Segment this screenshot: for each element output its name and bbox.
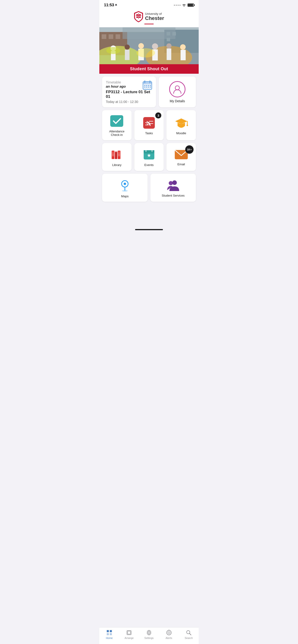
battery-icon [187,4,194,7]
svg-rect-39 [146,85,147,86]
library-label: Library [112,163,121,167]
timetable-event: FP3112 - Lecture 01 Set 01 [106,90,152,99]
maps-icon [119,178,131,192]
tasks-label: Tasks [145,132,153,135]
maps-label: Maps [121,194,129,198]
svg-point-29 [180,44,186,50]
svg-rect-71 [144,150,154,154]
attendance-label: Attendance Check-in [105,130,129,136]
grid-row-1: Attendance Check-in 3 Tasks [102,110,196,140]
svg-rect-44 [148,87,149,88]
svg-point-46 [175,86,179,90]
app-header: University of Chester [99,9,199,27]
svg-rect-28 [167,48,171,60]
svg-rect-2 [136,16,138,18]
banner-text: Student Shout Out [130,66,168,71]
svg-rect-60 [115,151,117,152]
student-services-card[interactable]: Student Services [150,174,196,202]
moodle-card[interactable]: Moodle [166,110,196,140]
logo-container: University of Chester [134,11,164,22]
timetable-label: Timetable [106,80,121,84]
events-icon [143,148,155,161]
events-card[interactable]: Events [134,143,164,171]
email-label: Email [177,162,185,166]
attendance-icon [110,115,124,127]
location-icon [115,4,117,6]
svg-point-56 [187,125,188,126]
svg-rect-10 [109,34,113,39]
svg-rect-62 [118,150,120,151]
university-of-text: University of [145,12,164,16]
svg-point-78 [122,190,128,192]
student-services-icon [166,179,180,192]
student-services-label: Student Services [162,194,184,197]
my-details-icon-circle [169,81,185,97]
grid-row-2: Library Events 1K+ Email [102,143,196,171]
university-shield-logo [134,11,143,22]
svg-rect-58 [112,150,114,151]
svg-point-21 [125,44,130,50]
person-icon [172,84,182,94]
timetable-row: Timetable an hour ago FP3112 - Lecture 0… [102,76,196,107]
calendar-icon [143,80,152,90]
attendance-card[interactable]: Attendance Check-in [102,110,132,140]
svg-rect-30 [181,50,186,60]
my-details-label: My Details [170,99,185,103]
moodle-icon [174,116,188,129]
svg-rect-48 [110,115,123,127]
tasks-badge: 3 [155,112,161,118]
svg-rect-3 [139,16,141,18]
moodle-label: Moodle [176,132,186,135]
time-display: 11:53 [104,3,114,8]
svg-point-80 [172,180,177,185]
main-content: Timetable an hour ago FP3112 - Lecture 0… [99,74,199,228]
svg-point-23 [138,43,144,49]
my-details-card[interactable]: My Details [159,76,196,107]
timetable-slot: Today at 11:00 - 12:30 [106,100,152,104]
header-underline [144,24,154,24]
maps-card[interactable]: Maps [102,174,148,202]
timetable-card[interactable]: Timetable an hour ago FP3112 - Lecture 0… [102,76,156,107]
email-card[interactable]: 1K+ Email [166,143,196,171]
svg-marker-54 [175,118,187,124]
status-icons [174,4,194,7]
svg-point-32 [136,48,155,58]
library-icon [110,148,124,161]
tasks-icon [143,116,155,129]
svg-point-27 [166,43,171,48]
banner-overlay: Student Shout Out [99,64,199,74]
banner-image [99,27,199,64]
grid-row-3: Maps Student Services [102,174,196,202]
svg-rect-35 [143,82,152,84]
svg-rect-9 [102,34,106,39]
svg-point-25 [152,43,158,50]
svg-rect-42 [144,87,145,88]
svg-rect-16 [123,27,175,39]
wifi-icon [182,4,186,7]
svg-rect-22 [125,50,130,60]
svg-rect-38 [144,85,145,86]
svg-rect-40 [148,85,149,86]
email-badge: 1K+ [185,145,194,154]
svg-rect-45 [150,87,151,88]
status-bar: 11:53 [99,0,199,9]
tasks-card[interactable]: 3 Tasks [134,110,164,140]
logo-text: University of Chester [145,12,164,21]
signal-dots [174,5,181,6]
svg-rect-43 [146,87,147,88]
svg-rect-59 [115,152,117,159]
chester-text: Chester [145,16,164,21]
status-time: 11:53 [104,3,117,8]
home-indicator [135,229,163,230]
svg-rect-11 [116,34,120,39]
banner[interactable]: Student Shout Out [99,27,199,74]
svg-rect-41 [150,85,151,86]
svg-rect-57 [112,151,114,159]
library-card[interactable]: Library [102,143,132,171]
svg-point-31 [106,47,120,54]
events-label: Events [144,163,154,167]
svg-rect-61 [118,151,120,159]
svg-point-77 [124,183,126,185]
